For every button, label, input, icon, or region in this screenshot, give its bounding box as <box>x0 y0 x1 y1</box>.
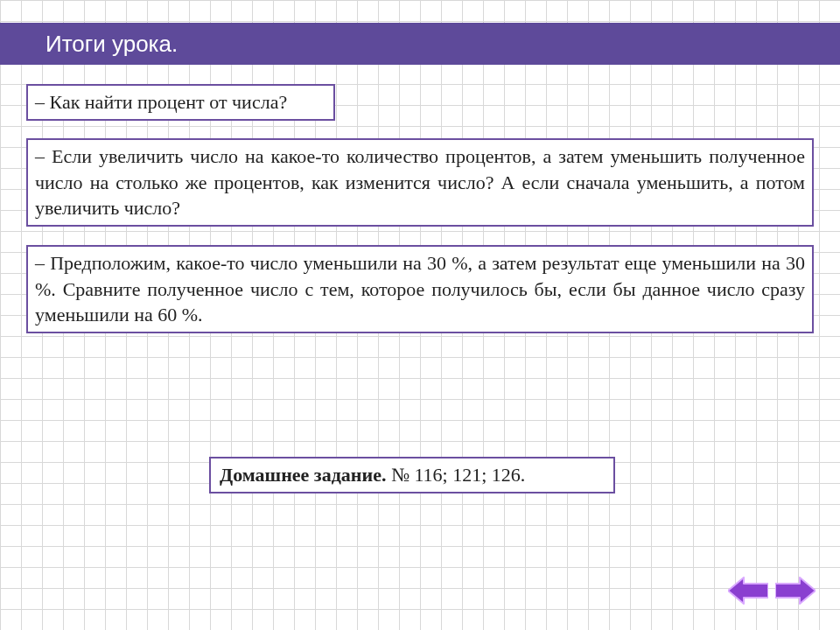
slide-title: Итоги урока. <box>46 31 178 58</box>
slide-header: Итоги урока. <box>0 23 840 65</box>
svg-marker-0 <box>728 578 768 604</box>
homework-label: Домашнее задание. <box>220 464 386 486</box>
nav-controls <box>728 576 816 606</box>
question-box-1: – Как найти процент от числа? <box>26 84 335 121</box>
arrow-left-icon <box>728 576 768 606</box>
next-button[interactable] <box>775 576 816 606</box>
svg-marker-1 <box>775 578 816 604</box>
question-box-3: – Предположим, какое-то число уменьшили … <box>26 245 814 333</box>
prev-button[interactable] <box>728 576 768 606</box>
homework-box: Домашнее задание. № 116; 121; 126. <box>209 457 615 494</box>
question-box-2: – Если увеличить число на какое-то колич… <box>26 138 814 227</box>
question-3-text: – Предположим, какое-то число уменьшили … <box>35 252 805 326</box>
question-2-text: – Если увеличить число на какое-то колич… <box>35 145 805 219</box>
question-1-text: – Как найти процент от числа? <box>35 91 287 113</box>
homework-numbers: № 116; 121; 126. <box>386 464 525 486</box>
arrow-right-icon <box>775 576 816 606</box>
